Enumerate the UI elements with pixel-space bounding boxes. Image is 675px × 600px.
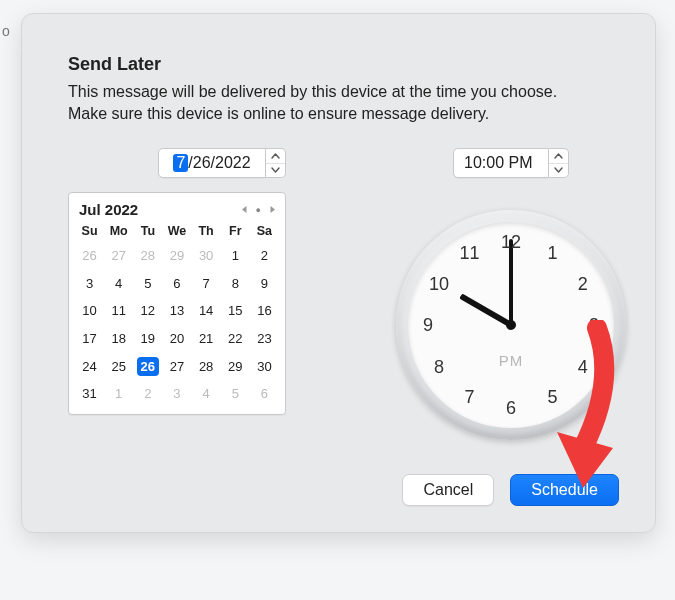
calendar-day[interactable]: 18 xyxy=(104,325,133,353)
schedule-button[interactable]: Schedule xyxy=(510,474,619,506)
calendar-day[interactable]: 6 xyxy=(250,380,279,408)
time-stepper: 10:00 PM xyxy=(453,148,569,178)
calendar-day[interactable]: 9 xyxy=(250,270,279,298)
calendar-dow: Su xyxy=(75,222,104,242)
calendar-dow: Fr xyxy=(221,222,250,242)
clock-number: 11 xyxy=(459,243,479,264)
calendar-day[interactable]: 19 xyxy=(133,325,162,353)
calendar-day[interactable]: 15 xyxy=(221,297,250,325)
calendar-day[interactable]: 6 xyxy=(162,270,191,298)
calendar-month-label: Jul 2022 xyxy=(79,201,138,218)
send-later-dialog: Send Later This message will be delivere… xyxy=(21,13,656,533)
calendar-day[interactable]: 3 xyxy=(162,380,191,408)
calendar-day[interactable]: 25 xyxy=(104,353,133,381)
clock-number: 6 xyxy=(506,398,516,419)
calendar-day[interactable]: 8 xyxy=(221,270,250,298)
time-stepper-buttons xyxy=(549,148,569,178)
calendar-day[interactable]: 22 xyxy=(221,325,250,353)
calendar-day[interactable]: 17 xyxy=(75,325,104,353)
calendar-day[interactable]: 7 xyxy=(192,270,221,298)
calendar-day[interactable]: 31 xyxy=(75,380,104,408)
calendar-day[interactable]: 4 xyxy=(192,380,221,408)
calendar-day[interactable]: 27 xyxy=(104,242,133,270)
clock-ampm-label: PM xyxy=(499,352,524,369)
calendar-day[interactable]: 30 xyxy=(250,353,279,381)
clock-number: 12 xyxy=(501,232,521,253)
time-step-down-icon[interactable] xyxy=(549,163,568,178)
calendar-prev-icon[interactable] xyxy=(240,204,248,216)
calendar-day[interactable]: 5 xyxy=(133,270,162,298)
calendar-day[interactable]: 13 xyxy=(162,297,191,325)
calendar: Jul 2022 ● SuMoTuWeThFrSa 26272829301234… xyxy=(68,192,286,415)
calendar-dow: Sa xyxy=(250,222,279,242)
calendar-day[interactable]: 29 xyxy=(221,353,250,381)
calendar-day[interactable]: 11 xyxy=(104,297,133,325)
calendar-day[interactable]: 1 xyxy=(221,242,250,270)
clock-number: 1 xyxy=(547,243,557,264)
time-step-up-icon[interactable] xyxy=(549,149,568,163)
calendar-day[interactable]: 10 xyxy=(75,297,104,325)
clock-number: 2 xyxy=(578,273,588,294)
clock-number: 8 xyxy=(434,356,444,377)
dialog-title: Send Later xyxy=(68,54,609,75)
date-step-up-icon[interactable] xyxy=(266,149,285,163)
calendar-nav: ● xyxy=(240,204,277,216)
calendar-day[interactable]: 26 xyxy=(75,242,104,270)
calendar-day[interactable]: 20 xyxy=(162,325,191,353)
calendar-today-icon[interactable]: ● xyxy=(256,205,261,215)
calendar-day[interactable]: 28 xyxy=(133,242,162,270)
calendar-day[interactable]: 21 xyxy=(192,325,221,353)
calendar-day[interactable]: 23 xyxy=(250,325,279,353)
calendar-day[interactable]: 27 xyxy=(162,353,191,381)
clock-number: 5 xyxy=(547,387,557,408)
date-stepper-buttons xyxy=(266,148,286,178)
time-field[interactable]: 10:00 PM xyxy=(453,148,549,178)
analog-clock[interactable]: PM 121234567891011 xyxy=(396,210,626,440)
clock-hour-hand[interactable] xyxy=(459,294,512,328)
calendar-dow: Tu xyxy=(133,222,162,242)
calendar-day[interactable]: 2 xyxy=(250,242,279,270)
date-stepper: 7/26/2022 xyxy=(68,148,286,178)
calendar-day[interactable]: 24 xyxy=(75,353,104,381)
calendar-dow: Th xyxy=(192,222,221,242)
calendar-day[interactable]: 26 xyxy=(133,353,162,381)
date-step-down-icon[interactable] xyxy=(266,163,285,178)
clock-number: 10 xyxy=(429,273,449,294)
calendar-next-icon[interactable] xyxy=(269,204,277,216)
cancel-button[interactable]: Cancel xyxy=(402,474,494,506)
calendar-dow: Mo xyxy=(104,222,133,242)
calendar-day[interactable]: 14 xyxy=(192,297,221,325)
calendar-day[interactable]: 16 xyxy=(250,297,279,325)
date-rest-segment[interactable]: /26/2022 xyxy=(188,154,250,172)
calendar-day[interactable]: 3 xyxy=(75,270,104,298)
clock-center-dot xyxy=(506,320,516,330)
clock-number: 7 xyxy=(464,387,474,408)
calendar-day[interactable]: 30 xyxy=(192,242,221,270)
calendar-day[interactable]: 4 xyxy=(104,270,133,298)
calendar-day[interactable]: 1 xyxy=(104,380,133,408)
calendar-day[interactable]: 2 xyxy=(133,380,162,408)
dialog-description: This message will be delivered by this d… xyxy=(68,81,588,124)
clock-number: 4 xyxy=(578,356,588,377)
background-text-fragment: o xyxy=(2,23,10,39)
date-month-segment[interactable]: 7 xyxy=(173,154,188,172)
calendar-day[interactable]: 28 xyxy=(192,353,221,381)
clock-number: 3 xyxy=(589,315,599,336)
date-field[interactable]: 7/26/2022 xyxy=(158,148,266,178)
calendar-dow: We xyxy=(162,222,191,242)
clock-number: 9 xyxy=(423,315,433,336)
calendar-day[interactable]: 12 xyxy=(133,297,162,325)
calendar-day[interactable]: 5 xyxy=(221,380,250,408)
calendar-day[interactable]: 29 xyxy=(162,242,191,270)
